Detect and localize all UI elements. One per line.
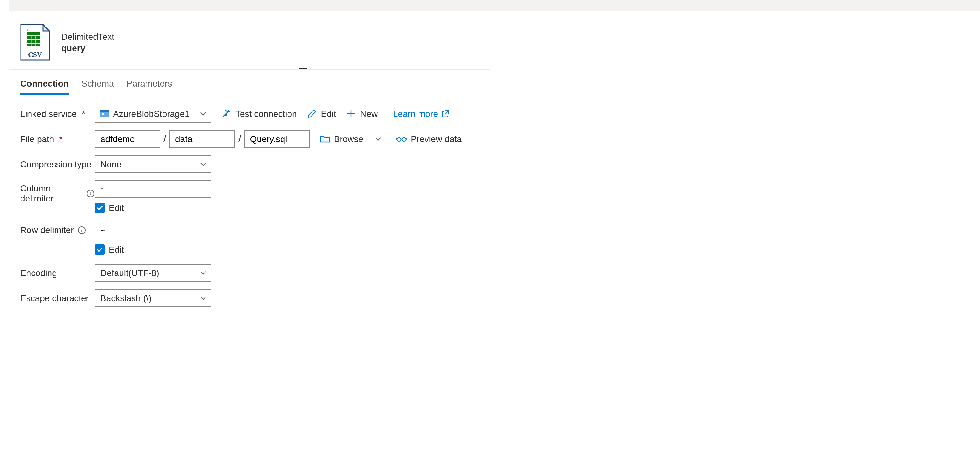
chevron-down-icon: [196, 110, 211, 118]
top-tab-bar: [9, 0, 980, 11]
svg-rect-16: [102, 113, 104, 115]
svg-rect-11: [36, 44, 40, 46]
svg-rect-3: [27, 36, 30, 39]
dataset-panel: X CSV DelimitedText query Connection Sch…: [9, 11, 980, 323]
svg-point-18: [402, 138, 406, 142]
tab-connection[interactable]: Connection: [20, 73, 69, 95]
column-delimiter-edit-checkbox[interactable]: [95, 203, 105, 213]
svg-rect-14: [100, 110, 109, 112]
svg-text:i: i: [90, 191, 92, 196]
svg-rect-9: [27, 44, 30, 46]
row-delimiter-input[interactable]: [95, 222, 212, 239]
tab-schema[interactable]: Schema: [81, 73, 114, 95]
label-column-delimiter: Column delimiter i: [20, 180, 95, 203]
plug-icon: [221, 108, 232, 119]
connection-form: Linked service* AzureBlobStorage1: [9, 96, 980, 323]
row-delimiter-edit-row: Edit: [95, 242, 212, 257]
plus-icon: [346, 108, 356, 119]
svg-rect-5: [36, 36, 40, 39]
dataset-name: query: [61, 43, 114, 53]
tab-bar: Connection Schema Parameters: [9, 73, 980, 96]
encoding-dropdown[interactable]: Default(UTF-8): [95, 264, 212, 282]
svg-text:X: X: [27, 29, 29, 32]
chevron-down-icon: [374, 135, 382, 143]
label-encoding: Encoding: [20, 268, 95, 278]
glasses-icon: [396, 135, 407, 143]
learn-more-link[interactable]: Learn more: [392, 108, 451, 119]
label-escape-character: Escape character: [20, 293, 95, 303]
pencil-icon: [307, 108, 317, 119]
edit-linked-service-button[interactable]: Edit: [306, 108, 337, 119]
info-icon[interactable]: i: [78, 226, 86, 234]
path-separator: /: [235, 133, 244, 145]
svg-text:CSV: CSV: [28, 51, 42, 59]
linked-service-dropdown[interactable]: AzureBlobStorage1: [95, 105, 212, 123]
label-compression-type: Compression type: [20, 159, 95, 169]
field-column-delimiter: Column delimiter i Edit: [20, 180, 969, 215]
field-compression-type: Compression type None: [20, 155, 969, 174]
svg-point-17: [397, 138, 401, 142]
column-delimiter-edit-row: Edit: [95, 200, 212, 215]
file-path-folder-input[interactable]: [170, 130, 235, 148]
external-link-icon: [442, 110, 449, 118]
required-asterisk: *: [59, 134, 62, 144]
test-connection-button[interactable]: Test connection: [220, 108, 298, 119]
svg-rect-7: [31, 40, 35, 43]
field-row-delimiter: Row delimiter i Edit: [20, 222, 969, 257]
compression-type-dropdown[interactable]: None: [95, 155, 212, 173]
info-icon[interactable]: i: [86, 189, 95, 198]
field-encoding: Encoding Default(UTF-8): [20, 263, 969, 282]
tab-parameters[interactable]: Parameters: [127, 73, 172, 95]
path-separator: /: [160, 133, 170, 145]
dataset-type-label: DelimitedText: [61, 32, 114, 42]
column-delimiter-input[interactable]: [95, 180, 212, 198]
svg-text:i: i: [81, 227, 83, 233]
dataset-header: X CSV DelimitedText query: [9, 11, 980, 70]
field-linked-service: Linked service* AzureBlobStorage1: [20, 104, 969, 123]
file-path-container-input[interactable]: [95, 130, 160, 148]
folder-icon: [320, 134, 330, 144]
row-delimiter-edit-checkbox[interactable]: [95, 244, 105, 255]
svg-rect-10: [31, 44, 35, 46]
divider: [368, 133, 369, 145]
field-file-path: File path* / / Browse: [20, 129, 969, 148]
chevron-down-icon: [196, 161, 211, 168]
chevron-down-icon: [196, 269, 211, 277]
preview-data-button[interactable]: Preview data: [394, 134, 463, 144]
label-linked-service: Linked service*: [20, 108, 95, 119]
csv-file-icon: X CSV: [20, 24, 50, 61]
svg-rect-8: [36, 40, 40, 43]
storage-icon: [100, 110, 109, 118]
svg-rect-6: [27, 40, 30, 43]
column-delimiter-edit-label: Edit: [108, 203, 124, 213]
svg-rect-2: [27, 32, 40, 35]
checkmark-icon: [96, 246, 103, 253]
panel-resize-handle[interactable]: [9, 70, 490, 73]
browse-dropdown-button[interactable]: [371, 135, 384, 143]
label-row-delimiter: Row delimiter i: [20, 222, 95, 235]
required-asterisk: *: [82, 108, 85, 119]
checkmark-icon: [96, 204, 103, 212]
browse-button[interactable]: Browse: [319, 134, 364, 144]
svg-rect-4: [31, 36, 35, 39]
svg-marker-1: [43, 25, 49, 31]
chevron-down-icon: [196, 294, 211, 302]
field-escape-character: Escape character Backslash (\): [20, 288, 969, 307]
file-path-file-input[interactable]: [244, 130, 310, 148]
row-delimiter-edit-label: Edit: [108, 244, 124, 255]
escape-character-dropdown[interactable]: Backslash (\): [95, 289, 212, 307]
label-file-path: File path*: [20, 134, 95, 144]
new-linked-service-button[interactable]: New: [345, 108, 379, 119]
